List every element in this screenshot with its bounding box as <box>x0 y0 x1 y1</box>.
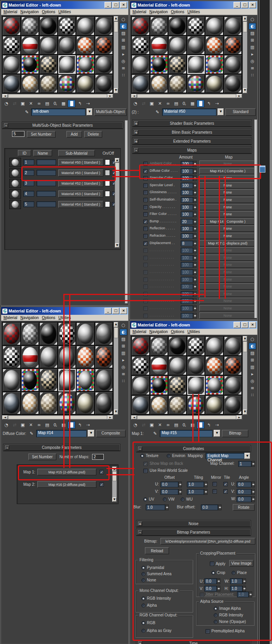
scroll-right-icon[interactable]: ► <box>237 415 242 419</box>
map-amount-spinner[interactable] <box>193 313 197 319</box>
scroll-down-icon[interactable]: ▼ <box>114 410 118 415</box>
material-slot[interactable] <box>95 392 113 415</box>
map-button[interactable]: None <box>199 182 256 188</box>
map-button[interactable]: None <box>199 283 256 290</box>
backlight-icon[interactable]: ◐ <box>249 343 256 349</box>
backlight-icon[interactable]: ◐ <box>249 23 256 29</box>
material-slot[interactable] <box>187 74 206 94</box>
material-slot[interactable] <box>150 395 169 415</box>
menu-options[interactable]: Options <box>170 10 187 14</box>
map-button[interactable]: None <box>199 211 256 217</box>
go-to-parent-icon[interactable]: ↰ <box>205 422 212 428</box>
pyramidal-radio[interactable] <box>141 566 145 570</box>
material-slot[interactable] <box>2 322 21 346</box>
map-enable-checkbox[interactable] <box>143 169 148 173</box>
scroll-thumb[interactable] <box>112 471 117 481</box>
material-slot[interactable] <box>58 16 77 36</box>
pick-material-icon[interactable]: ✎ <box>28 431 35 436</box>
show-map-on-back-checkbox[interactable] <box>143 462 148 466</box>
options-icon[interactable]: ◎ <box>120 58 127 64</box>
map-amount-spinner[interactable] <box>193 241 197 246</box>
scroll-track[interactable] <box>243 32 247 88</box>
map-amount-spinner[interactable] <box>193 305 197 311</box>
material-slot[interactable] <box>224 356 242 376</box>
material-slot[interactable] <box>168 395 187 415</box>
get-material-icon[interactable]: ◔ <box>132 422 139 428</box>
material-id-channel-icon[interactable]: 0, <box>52 422 59 428</box>
menu-utilities[interactable]: Utilities <box>58 10 73 14</box>
crop-radio[interactable] <box>211 571 215 575</box>
rollout-collapse-icon[interactable]: - <box>138 447 142 451</box>
rollout-collapse-icon[interactable]: - <box>5 445 9 450</box>
dropdown-arrow-icon[interactable]: ▼ <box>88 430 94 437</box>
sub-material-name-field[interactable] <box>37 191 56 197</box>
map-amount-spinner[interactable] <box>193 219 197 225</box>
material-slot[interactable] <box>58 36 77 55</box>
maximize-button[interactable]: □ <box>112 308 119 314</box>
map-amount-spinner[interactable] <box>193 197 197 203</box>
scroll-up-icon[interactable]: ▲ <box>243 16 247 21</box>
map-name-dropdown[interactable]: Map #14 <box>36 430 87 437</box>
wu-radio[interactable] <box>181 497 185 501</box>
pick-material-icon[interactable]: ✎ <box>152 431 158 436</box>
map-button[interactable]: None <box>199 305 256 311</box>
map-name-dropdown[interactable]: Map #15 <box>160 430 213 437</box>
pick-material-icon[interactable]: ✎ <box>24 109 30 115</box>
sub-material-thumbnail[interactable] <box>9 189 21 199</box>
material-slot[interactable] <box>95 368 113 392</box>
rollout-expand-icon[interactable]: + <box>134 130 138 134</box>
sub-material-button[interactable]: Material #50 ( Standard ) <box>58 169 103 176</box>
material-slot[interactable] <box>95 346 113 369</box>
scroll-left-icon[interactable]: ◄ <box>131 94 137 98</box>
scroll-thumb[interactable] <box>137 415 236 419</box>
rollout-time[interactable]: + Time <box>136 640 251 644</box>
map-enable-checkbox[interactable] <box>143 292 148 296</box>
sub-material-color-swatch[interactable] <box>105 201 110 207</box>
menu-navigation[interactable]: Navigation <box>149 10 170 14</box>
menu-utilities[interactable]: Utilities <box>187 330 202 334</box>
params-scrollbar[interactable] <box>254 119 257 318</box>
material-slot[interactable] <box>150 356 169 376</box>
rgb-intensity-radio[interactable] <box>141 597 145 600</box>
blur-offset-field[interactable]: 0.0 <box>201 504 218 510</box>
bitmap-path-button[interactable]: le\Desktop\process\tutorial [DNA_priorit… <box>160 538 255 545</box>
scroll-track[interactable] <box>112 481 117 497</box>
put-to-library-icon[interactable]: ▤ <box>44 422 51 428</box>
maximize-button[interactable]: □ <box>241 322 248 328</box>
sub-material-button[interactable]: Material #54 ( Standard ) <box>58 201 103 208</box>
rollout-blinn-basic-params[interactable]: + Blinn Basic Parameters <box>133 129 251 136</box>
map-amount-field[interactable]: 100 <box>181 255 193 261</box>
map-amount-spinner[interactable] <box>193 248 197 253</box>
material-slot[interactable] <box>131 375 150 395</box>
crop-u-field[interactable]: 0.0 <box>204 578 217 584</box>
map-type-button[interactable]: Bitmap <box>222 430 248 437</box>
scroll-down-icon[interactable]: ▼ <box>112 497 117 502</box>
angle-v-spinner[interactable] <box>251 489 255 495</box>
sample-type-icon[interactable]: ○ <box>120 322 127 328</box>
blur-spinner[interactable] <box>165 504 169 510</box>
close-button[interactable]: × <box>120 2 127 8</box>
image-alpha-radio[interactable] <box>214 607 218 611</box>
scroll-thumb[interactable] <box>8 415 107 419</box>
material-slot[interactable] <box>58 346 77 369</box>
material-slot[interactable] <box>95 36 113 55</box>
material-map-navigator-icon[interactable]: ∷ <box>120 72 127 78</box>
material-slot[interactable] <box>2 74 21 94</box>
material-slot[interactable] <box>95 16 113 36</box>
rollout-expand-icon[interactable]: + <box>134 121 138 126</box>
material-slot[interactable] <box>187 375 206 395</box>
crop-v-field[interactable]: 0.0 <box>204 586 217 592</box>
offset-v-spinner[interactable] <box>178 489 182 495</box>
menu-material[interactable]: Material <box>132 330 149 334</box>
material-name-dropdown[interactable]: Material #50 <box>162 108 216 116</box>
make-preview-icon[interactable]: ▸ <box>249 371 256 377</box>
sub-material-name-field[interactable] <box>37 201 56 207</box>
sub-material-id-field[interactable]: 5 <box>23 201 34 207</box>
scroll-track[interactable] <box>114 32 118 88</box>
maximize-button[interactable]: □ <box>241 2 248 8</box>
material-slot[interactable] <box>205 55 224 74</box>
material-slot[interactable] <box>187 356 206 376</box>
material-slot[interactable] <box>150 375 169 395</box>
rollout-extended-params[interactable]: + Extended Parameters <box>133 138 251 145</box>
menu-options[interactable]: Options <box>170 330 187 334</box>
